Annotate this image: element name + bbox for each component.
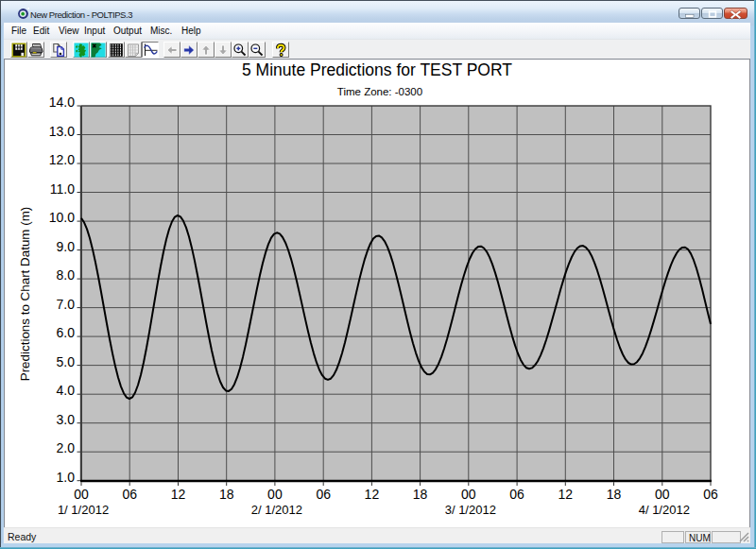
- svg-text:12: 12: [171, 487, 186, 502]
- svg-text:06: 06: [703, 487, 718, 502]
- svg-text:06: 06: [122, 487, 137, 502]
- svg-text:00: 00: [461, 487, 476, 502]
- svg-text:7.0: 7.0: [57, 297, 76, 312]
- svg-text:06: 06: [316, 487, 331, 502]
- svg-text:00: 00: [267, 487, 283, 502]
- svg-text:8.0: 8.0: [57, 267, 76, 283]
- svg-text:6.0: 6.0: [57, 325, 76, 340]
- svg-text:1/ 1/2012: 1/ 1/2012: [58, 503, 109, 517]
- svg-text:10.0: 10.0: [49, 210, 75, 225]
- svg-text:2/ 1/2012: 2/ 1/2012: [251, 503, 302, 517]
- svg-text:1.0: 1.0: [57, 470, 76, 485]
- svg-text:4/ 1/2012: 4/ 1/2012: [639, 503, 690, 517]
- svg-text:3.0: 3.0: [57, 412, 76, 427]
- svg-text:18: 18: [607, 487, 622, 502]
- svg-text:18: 18: [413, 487, 428, 502]
- svg-text:Predictions to Chart Datum (m): Predictions to Chart Datum (m): [18, 207, 32, 382]
- svg-text:5.0: 5.0: [57, 354, 76, 369]
- svg-text:3/ 1/2012: 3/ 1/2012: [445, 503, 496, 517]
- svg-text:00: 00: [655, 487, 670, 502]
- svg-text:4.0: 4.0: [57, 383, 76, 398]
- svg-text:14.0: 14.0: [49, 94, 75, 110]
- svg-text:18: 18: [219, 487, 234, 502]
- svg-text:11.0: 11.0: [50, 181, 75, 197]
- svg-text:Time Zone: -0300: Time Zone: -0300: [337, 86, 422, 97]
- svg-text:5 Minute Predictions for TEST: 5 Minute Predictions for TEST PORT: [242, 60, 512, 79]
- svg-text:2.0: 2.0: [57, 440, 76, 455]
- svg-text:9.0: 9.0: [57, 239, 76, 254]
- svg-text:12.0: 12.0: [49, 152, 75, 167]
- svg-text:00: 00: [74, 487, 89, 502]
- svg-text:13.0: 13.0: [49, 124, 75, 139]
- svg-text:12: 12: [558, 487, 574, 502]
- svg-text:06: 06: [509, 487, 524, 502]
- svg-text:12: 12: [365, 487, 380, 502]
